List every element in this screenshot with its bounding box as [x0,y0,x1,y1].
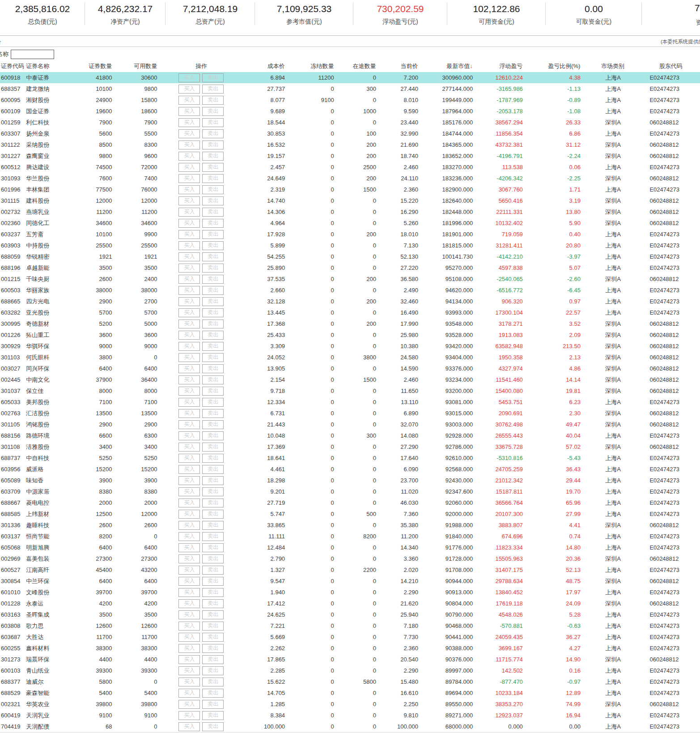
sell-button[interactable]: 卖出 [202,163,224,172]
sell-button[interactable]: 卖出 [202,420,224,429]
header-in-transit[interactable]: 在途数量 [334,62,376,70]
buy-button[interactable]: 买入 [178,610,200,619]
table-row[interactable]: 603903中持股份2550025500买入卖出5.899007.1301818… [0,240,700,251]
header-cost-price[interactable]: 成本价 [224,62,285,70]
buy-button[interactable]: 买入 [178,174,200,183]
sell-button[interactable]: 卖出 [202,398,224,407]
buy-button[interactable]: 买入 [178,678,200,686]
sell-button[interactable]: 卖出 [202,129,224,138]
buy-button[interactable]: 买入 [178,700,200,709]
buy-button[interactable]: 买入 [178,487,200,496]
sell-button[interactable]: 卖出 [202,286,224,295]
sell-button[interactable]: 卖出 [202,241,224,250]
buy-button[interactable]: 买入 [178,364,200,373]
table-row[interactable]: 688585上纬新材1250012000买入卖出5.74705007.36092… [0,508,700,520]
buy-button[interactable]: 买入 [178,409,200,418]
table-row[interactable]: 002763汇洁股份1350013500买入卖出6.731006.8909301… [0,408,700,419]
sell-button[interactable]: 卖出 [202,331,224,340]
sell-button[interactable]: 卖出 [202,633,224,642]
table-row[interactable]: 002321华英农业3980039800买入卖出1.285002.2508955… [0,699,700,710]
sell-button[interactable]: 卖出 [202,644,224,653]
buy-button[interactable]: 买入 [178,129,200,138]
sell-button[interactable]: 卖出 [202,230,224,239]
table-row[interactable]: 600255鑫科材料3830038300买入卖出2.262002.3609038… [0,643,700,654]
buy-button[interactable]: 买入 [178,655,200,664]
sell-button[interactable]: 卖出 [202,85,224,94]
table-row[interactable]: 002360同德化工3460034600买入卖出4.964005.2601819… [0,217,700,229]
table-row[interactable]: 605033美邦股份71007100买入卖出12.3340013.1109308… [0,396,700,408]
sell-button[interactable]: 卖出 [202,532,224,541]
buy-button[interactable]: 买入 [178,566,200,575]
sell-button[interactable]: 卖出 [202,174,224,183]
table-row[interactable]: 688529豪森智能54005400买入卖出14.7050016.6108969… [0,687,700,699]
buy-button[interactable]: 买入 [178,163,200,172]
table-row[interactable]: 601010文峰股份3970039700买入卖出1.940002.2909091… [0,587,700,598]
table-row[interactable]: 600918中泰证券4180030600买入卖出6.8941120007.200… [0,72,700,83]
sell-button[interactable]: 卖出 [202,610,224,619]
buy-button[interactable]: 买入 [178,398,200,407]
sell-button[interactable]: 卖出 [202,118,224,127]
sell-button[interactable]: 卖出 [202,599,224,608]
table-row[interactable]: 301115建科股份1200012000买入卖出14.7400015.22018… [0,195,700,206]
buy-button[interactable]: 买入 [178,443,200,452]
buy-button[interactable]: 买入 [178,476,200,485]
sell-button[interactable]: 卖出 [202,700,224,709]
table-row[interactable]: 603237五芳斋101009900买入卖出17.928020018.01018… [0,229,700,240]
buy-button[interactable]: 买入 [178,711,200,720]
table-row[interactable]: 301103何氏眼科38000买入卖出24.0520380024.5809340… [0,352,700,363]
table-row[interactable]: 688196卓越新能35003500买入卖出25.8900027.2209527… [0,262,700,273]
buy-button[interactable]: 买入 [178,96,200,105]
sell-button[interactable]: 卖出 [202,264,224,273]
buy-button[interactable]: 买入 [178,297,200,306]
table-row[interactable]: 605089味知香39003900买入卖出18.2980023.70092430… [0,475,700,486]
buy-button[interactable]: 买入 [178,141,200,149]
table-row[interactable]: 001226拓山重工36003600买入卖出25.4330025.9809352… [0,329,700,341]
table-row[interactable]: 600512腾达建设7450072000买入卖出2.457025002.4601… [0,162,700,173]
table-row[interactable]: 603808歌力思1260012600买入卖出7.221007.18090468… [0,620,700,631]
sell-button[interactable]: 卖出 [202,465,224,474]
sell-button[interactable]: 卖出 [202,353,224,362]
buy-button[interactable]: 买入 [178,599,200,608]
header-market-type[interactable]: 市场类别 [580,62,645,70]
table-row[interactable]: 688737中自科技52505250买入卖出18.6410017.6409261… [0,452,700,464]
buy-button[interactable]: 买入 [178,588,200,597]
sell-button[interactable]: 卖出 [202,476,224,485]
sell-button[interactable]: 卖出 [202,588,224,597]
header-floating-pl[interactable]: 浮动盈亏 [473,62,523,70]
buy-button[interactable]: 买入 [178,241,200,250]
sell-button[interactable]: 卖出 [202,689,224,698]
table-row[interactable]: 688156路德环境66006300买入卖出10.048030014.08092… [0,430,700,441]
sell-button[interactable]: 卖出 [202,375,224,384]
buy-button[interactable]: 买入 [178,532,200,541]
buy-button[interactable]: 买入 [178,208,200,217]
buy-button[interactable]: 买入 [178,499,200,507]
sell-button[interactable]: 卖出 [202,73,224,82]
table-row[interactable]: 600103青山纸业3930039300买入卖出2.285002.2908999… [0,665,700,676]
table-row[interactable]: 603307扬州金泉56005500买入卖出30.853010032.99018… [0,128,700,139]
table-row[interactable]: 300854中兰环保64006400买入卖出9.5470014.21090944… [0,575,700,587]
sell-button[interactable]: 卖出 [202,566,224,575]
table-row[interactable]: 603687大胜达1170011700买入卖出5.669007.73090441… [0,631,700,643]
sell-button[interactable]: 卖出 [202,297,224,306]
buy-button[interactable]: 买入 [178,219,200,228]
security-filter-input[interactable] [11,50,54,59]
table-row[interactable]: 001228永泰运42004200买入卖出17.4120021.62090804… [0,598,700,609]
table-row[interactable]: 300995奇德新材52005000买入卖出17.368020017.99093… [0,318,700,329]
header-frozen[interactable]: 冻结数量 [285,62,334,70]
buy-button[interactable]: 买入 [178,577,200,586]
buy-button[interactable]: 买入 [178,375,200,384]
buy-button[interactable]: 买入 [178,152,200,161]
table-row[interactable]: 002969嘉美包装2730027300买入卖出2.790003.3609172… [0,553,700,564]
table-row[interactable]: 600503华丽家族3800038000买入卖出2.660002.4909462… [0,285,700,296]
table-row[interactable]: 600109国金证券1960018600买入卖出9.689010009.5901… [0,106,700,117]
buy-button[interactable]: 买入 [178,275,200,284]
sell-button[interactable]: 卖出 [202,711,224,720]
table-row[interactable]: 704419天润配债680买入卖出100.00000100.00068000.0… [0,721,700,732]
sell-button[interactable]: 卖出 [202,666,224,675]
header-available[interactable]: 可用数量 [112,62,157,70]
header-current-price[interactable]: 当前价 [376,62,418,70]
table-row[interactable]: 003027同兴环保64006400买入卖出13.9050014.5909337… [0,363,700,374]
sell-button[interactable]: 卖出 [202,622,224,631]
sell-button[interactable]: 卖出 [202,252,224,261]
sell-button[interactable]: 卖出 [202,499,224,507]
